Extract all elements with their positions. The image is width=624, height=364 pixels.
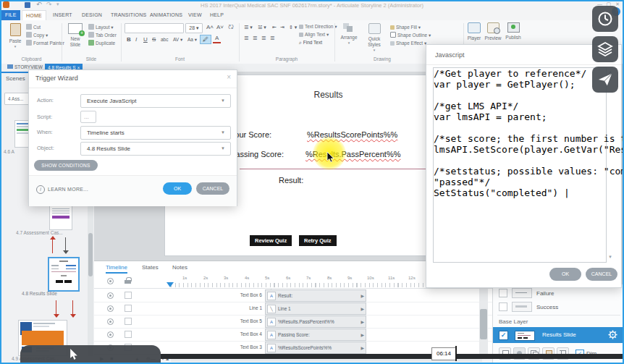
- retry-quiz-button[interactable]: Retry Quiz: [299, 235, 337, 246]
- tab-timeline[interactable]: Timeline: [106, 264, 127, 274]
- timeline-v-scrollbar[interactable]: ▼: [479, 289, 488, 354]
- video-playhead[interactable]: [455, 346, 457, 361]
- visibility-toggle-icon[interactable]: [107, 305, 114, 312]
- slide-thumbnail-4-7[interactable]: [49, 206, 72, 230]
- timeline-row[interactable]: Text Box 4 APassing Score:▶: [94, 328, 492, 342]
- visibility-toggle-icon[interactable]: [107, 318, 114, 325]
- align-center-icon[interactable]: ☰: [250, 33, 259, 43]
- show-conditions-button[interactable]: SHOW CONDITIONS: [34, 160, 98, 171]
- align-right-icon[interactable]: ☰: [259, 33, 268, 43]
- italic-button[interactable]: I: [133, 35, 139, 44]
- tab-view[interactable]: VIEW: [185, 10, 206, 20]
- script-browse-button[interactable]: ...: [80, 111, 96, 123]
- underline-button[interactable]: U: [141, 35, 150, 44]
- expand-arrow-icon[interactable]: ▶: [361, 345, 364, 350]
- lock-checkbox[interactable]: [125, 292, 132, 299]
- align-left-icon[interactable]: ☰: [242, 33, 250, 43]
- layer-row-success[interactable]: Success: [499, 301, 558, 313]
- bullets-button[interactable]: ☰ ▾: [242, 22, 255, 32]
- object-combo[interactable]: 4.8 Results Slide▼: [80, 142, 231, 156]
- learn-more-link[interactable]: LEARN MORE...: [48, 187, 88, 192]
- tab-order-button[interactable]: Tab Order: [88, 31, 117, 39]
- layout-button[interactable]: Layout ▾: [88, 23, 114, 31]
- arrange-button[interactable]: Arrange ▾: [338, 23, 360, 45]
- timeline-object-bar[interactable]: ╲Line 1▶: [265, 302, 366, 315]
- tab-states[interactable]: States: [142, 264, 159, 271]
- shape-outline-button[interactable]: Shape Outline ▾: [390, 31, 431, 39]
- layer-row-failure[interactable]: Failure: [499, 287, 554, 299]
- shape-effects-button[interactable]: Shape Effect ▾: [390, 39, 426, 47]
- font-size-combo[interactable]: 28 ▾: [185, 23, 203, 33]
- visibility-toggle-icon[interactable]: [107, 292, 114, 299]
- expand-arrow-icon[interactable]: ▶: [361, 306, 364, 311]
- text-direction-button[interactable]: Text Direction ▾: [299, 22, 337, 30]
- score-value[interactable]: %ResultsScorePoints%%: [307, 130, 397, 139]
- bold-button[interactable]: B: [125, 35, 133, 44]
- result-label[interactable]: Result:: [279, 176, 303, 185]
- lock-checkbox[interactable]: [125, 318, 132, 325]
- justify-icon[interactable]: ☰: [268, 33, 277, 43]
- tab-storyview[interactable]: STORYVIEW: [7, 64, 43, 69]
- find-text-button[interactable]: ⌕ Find Text: [299, 38, 322, 46]
- publish-button[interactable]: Publish: [504, 22, 523, 41]
- script-editor[interactable]: /*Get player to reference*/ var player =…: [433, 67, 607, 263]
- tab-notes[interactable]: Notes: [172, 264, 187, 271]
- copy-button[interactable]: Copy ▾: [26, 31, 48, 39]
- layer-visibility-checkbox[interactable]: [499, 302, 507, 311]
- shape-fill-button[interactable]: Shape Fill ▾: [390, 23, 421, 31]
- font-color-button[interactable]: A: [213, 35, 221, 43]
- format-painter-button[interactable]: Format Painter: [26, 39, 64, 47]
- action-combo[interactable]: Execute JavaScript▼: [80, 94, 231, 108]
- tab-help[interactable]: HELP: [206, 10, 227, 20]
- video-controls-overlay[interactable]: [20, 345, 161, 364]
- tab-file[interactable]: FILE: [1, 10, 20, 20]
- layer-visibility-checkbox-checked[interactable]: ✓: [499, 331, 508, 340]
- tab-design[interactable]: DESIGN: [78, 10, 106, 20]
- char-spacing-button[interactable]: AV ▾: [171, 35, 185, 44]
- highlight-color-button[interactable]: 🖉: [200, 35, 211, 44]
- subscript-button[interactable]: abc: [159, 35, 170, 44]
- timeline-row[interactable]: Text Box 5 A%Results.PassPercent%%▶: [94, 315, 492, 329]
- when-combo[interactable]: Timeline starts▼: [80, 126, 231, 140]
- scroll-down-icon[interactable]: ▼: [608, 255, 612, 259]
- tab-animations[interactable]: ANIMATIONS: [146, 10, 186, 20]
- duplicate-button[interactable]: Duplicate: [88, 39, 115, 47]
- timeline-object-bar[interactable]: A%Results.PassPercent%%▶: [265, 316, 366, 328]
- playhead-marker[interactable]: [166, 282, 174, 287]
- expand-arrow-icon[interactable]: ▶: [361, 293, 364, 298]
- close-icon[interactable]: ×: [227, 73, 231, 81]
- font-name-combo[interactable]: [125, 23, 184, 33]
- tab-insert[interactable]: INSERT: [49, 10, 76, 20]
- layer-visibility-checkbox[interactable]: [499, 289, 507, 297]
- lock-checkbox[interactable]: [125, 305, 132, 312]
- timeline-row[interactable]: Text Box 6 AResult:▶: [94, 289, 492, 302]
- indent-increase-icon[interactable]: ⇥: [278, 22, 287, 32]
- timeline-object-bar[interactable]: A%ResultsScorePoints%%▶: [265, 342, 366, 354]
- review-quiz-button[interactable]: Review Quiz: [250, 235, 292, 246]
- timeline-object-bar[interactable]: AResult:▶: [265, 289, 366, 302]
- toc-clock-button[interactable]: [592, 6, 618, 32]
- line-spacing-button[interactable]: ⇕ ▾: [287, 22, 299, 32]
- cut-button[interactable]: Cut: [26, 23, 41, 31]
- align-text-button[interactable]: Align Text ▾: [299, 30, 329, 38]
- change-case-button[interactable]: Aa ▾: [185, 35, 199, 44]
- cancel-button[interactable]: CANCEL: [586, 268, 617, 281]
- tab-home[interactable]: HOME: [22, 10, 46, 21]
- timeline-object-bar[interactable]: APassing Score:▶: [265, 329, 366, 341]
- expand-arrow-icon[interactable]: ▶: [361, 332, 364, 337]
- ok-button[interactable]: OK: [163, 182, 192, 195]
- visibility-column-icon[interactable]: [107, 278, 114, 284]
- player-button[interactable]: Player: [465, 22, 483, 41]
- tab-transitions[interactable]: TRANSITIONS: [107, 10, 150, 20]
- cancel-button[interactable]: CANCEL: [196, 182, 229, 195]
- expand-arrow-icon[interactable]: ▶: [361, 319, 364, 324]
- visibility-toggle-icon[interactable]: [107, 331, 114, 338]
- toc-layers-button[interactable]: [592, 36, 618, 62]
- gear-icon[interactable]: [608, 330, 617, 339]
- preview-button[interactable]: Preview: [484, 22, 502, 41]
- share-button[interactable]: [592, 67, 618, 93]
- ok-button[interactable]: OK: [549, 268, 581, 281]
- strikethrough-button[interactable]: S: [150, 35, 158, 44]
- quick-styles-button[interactable]: Quick Styles ▾: [363, 23, 386, 52]
- passing-label[interactable]: Passing Score:: [230, 150, 284, 158]
